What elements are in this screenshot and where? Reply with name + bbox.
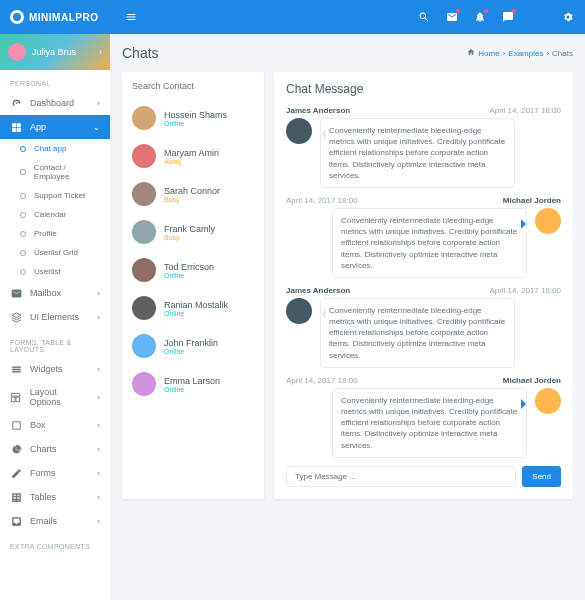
- avatar: [132, 182, 156, 206]
- svg-rect-0: [12, 421, 19, 428]
- message-time: April 14, 2017 18:00: [489, 106, 561, 115]
- send-button[interactable]: Send: [522, 466, 561, 487]
- sender-name: Michael Jorden: [503, 196, 561, 205]
- chevron-down-icon: ⌄: [93, 123, 100, 132]
- user-name: Juliya Brus: [32, 47, 76, 57]
- mail-icon[interactable]: [445, 10, 459, 24]
- avatar: [132, 296, 156, 320]
- circle-icon: [20, 193, 26, 199]
- page-title: Chats: [122, 45, 159, 61]
- message-input[interactable]: [286, 466, 516, 487]
- contact-item[interactable]: Emma LarsonOnline: [132, 365, 254, 403]
- user-profile-box[interactable]: Juliya Brus ›: [0, 34, 110, 70]
- contacts-panel: Hossein ShamsOnlineMaryam AmiriAwaySarah…: [122, 72, 264, 499]
- chevron-right-icon: ›: [97, 289, 100, 298]
- search-input[interactable]: [132, 81, 254, 91]
- nav-mailbox[interactable]: Mailbox›: [0, 281, 110, 305]
- nav-userlist[interactable]: Userlist: [0, 262, 110, 281]
- chevron-right-icon: ›: [97, 421, 100, 430]
- contact-name: John Franklin: [164, 338, 218, 348]
- sidebar: Juliya Brus › PERSONAL Dashboard› App⌄ C…: [0, 34, 110, 600]
- nav-profile[interactable]: Profile: [0, 224, 110, 243]
- contact-item[interactable]: Hossein ShamsOnline: [132, 99, 254, 137]
- nav-box[interactable]: Box›: [0, 413, 110, 437]
- message-bubble: Conveniently reintermediate bleeding-edg…: [332, 388, 527, 458]
- contact-name: Sarah Connor: [164, 186, 220, 196]
- section-header: FORMS, TABLE & LAYOUTS: [0, 329, 110, 357]
- nav-emails[interactable]: Emails›: [0, 509, 110, 533]
- grid-icon: [10, 121, 22, 133]
- avatar: [132, 220, 156, 244]
- contact-item[interactable]: Sarah ConnorBusy: [132, 175, 254, 213]
- nav-layout-options[interactable]: Layout Options›: [0, 381, 110, 413]
- avatar: [286, 298, 312, 324]
- message-meta: April 14, 2017 18:00Michael Jorden: [286, 196, 561, 205]
- nav-forms[interactable]: Forms›: [0, 461, 110, 485]
- chat-title: Chat Message: [286, 82, 561, 96]
- page-header: Chats Home› Examples› Chats: [110, 34, 585, 72]
- nav-chat-app[interactable]: Chat app: [0, 139, 110, 158]
- home-icon[interactable]: [467, 48, 475, 58]
- contact-status: Online: [164, 310, 228, 317]
- contact-status: Away: [164, 158, 219, 165]
- nav-support-ticket[interactable]: Support Ticket: [0, 186, 110, 205]
- layout-icon: [10, 391, 22, 403]
- contact-status: Online: [164, 348, 218, 355]
- message-bubble: Conveniently reintermediate bleeding-edg…: [320, 298, 515, 368]
- section-header: EXTRA COMPONENTS: [0, 533, 110, 554]
- nav-charts[interactable]: Charts›: [0, 437, 110, 461]
- menu-toggle-icon[interactable]: [124, 10, 138, 24]
- contact-item[interactable]: Frank CamlyBusy: [132, 213, 254, 251]
- gear-icon[interactable]: [561, 10, 575, 24]
- search-icon[interactable]: [417, 10, 431, 24]
- circle-icon: [20, 250, 26, 256]
- breadcrumb: Home› Examples› Chats: [467, 48, 573, 58]
- nav-app[interactable]: App⌄: [0, 115, 110, 139]
- nav-userlist-grid[interactable]: Userlist Grid: [0, 243, 110, 262]
- chevron-right-icon: ›: [97, 493, 100, 502]
- message-meta: James AndersonApril 14, 2017 18:00: [286, 106, 561, 115]
- nav-ui-elements[interactable]: UI Elements›: [0, 305, 110, 329]
- nav-dashboard[interactable]: Dashboard›: [0, 91, 110, 115]
- contact-status: Online: [164, 272, 214, 279]
- table-icon: [10, 491, 22, 503]
- avatar[interactable]: [529, 8, 547, 26]
- circle-icon: [20, 231, 26, 237]
- bell-icon[interactable]: [473, 10, 487, 24]
- contact-item[interactable]: John FranklinOnline: [132, 327, 254, 365]
- nav-tables[interactable]: Tables›: [0, 485, 110, 509]
- mail-icon: [10, 287, 22, 299]
- nav-contact[interactable]: Contact / Employee: [0, 158, 110, 186]
- breadcrumb-home[interactable]: Home: [478, 49, 499, 58]
- logo[interactable]: MINIMALPRO: [10, 10, 110, 24]
- avatar: [8, 43, 26, 61]
- circle-icon: [20, 146, 26, 152]
- sender-name: Michael Jorden: [503, 376, 561, 385]
- avatar: [132, 334, 156, 358]
- breadcrumb-l1[interactable]: Examples: [508, 49, 543, 58]
- contact-name: Frank Camly: [164, 224, 215, 234]
- pie-chart-icon: [10, 443, 22, 455]
- chat-icon[interactable]: [501, 10, 515, 24]
- message-time: April 14, 2017 18:00: [489, 286, 561, 295]
- logo-text: MINIMALPRO: [29, 12, 98, 23]
- contact-status: Busy: [164, 234, 215, 241]
- contact-item[interactable]: Maryam AmiriAway: [132, 137, 254, 175]
- contact-status: Online: [164, 120, 227, 127]
- avatar: [132, 144, 156, 168]
- avatar: [132, 106, 156, 130]
- message-meta: James AndersonApril 14, 2017 18:00: [286, 286, 561, 295]
- message-row: Conveniently reintermediate bleeding-edg…: [286, 208, 561, 278]
- logo-icon: [10, 10, 24, 24]
- top-header: MINIMALPRO: [0, 0, 585, 34]
- nav-widgets[interactable]: Widgets›: [0, 357, 110, 381]
- message-row: Conveniently reintermediate bleeding-edg…: [286, 298, 561, 368]
- avatar: [132, 258, 156, 282]
- avatar: [286, 118, 312, 144]
- chevron-right-icon: ›: [99, 47, 102, 57]
- contact-name: Hossein Shams: [164, 110, 227, 120]
- contact-item[interactable]: Ranian MostalikOnline: [132, 289, 254, 327]
- sender-name: James Anderson: [286, 106, 350, 115]
- contact-item[interactable]: Tod ErricsonOnline: [132, 251, 254, 289]
- nav-calendar[interactable]: Calendar: [0, 205, 110, 224]
